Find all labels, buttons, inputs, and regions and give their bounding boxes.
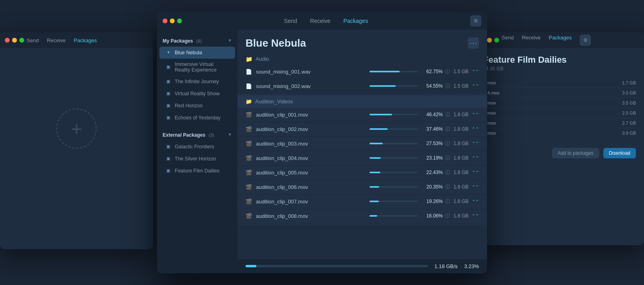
package-icon-vr-show: ▣ — [165, 90, 171, 97]
file-name-sound-002: sound_mixing_002.wav — [256, 83, 369, 89]
background-window-right: Send Receive Packages ≡ Feature Film Dai… — [475, 32, 644, 245]
main-menu-button[interactable]: ≡ — [470, 15, 481, 27]
expand-aud-007[interactable]: ⌃⌃ — [472, 199, 479, 204]
right-file-size-4: 2.5 GB — [622, 111, 636, 115]
my-packages-header[interactable]: My Packages (6) ▼ — [157, 34, 237, 47]
more-options-button[interactable]: ⋯ — [468, 37, 479, 49]
left-tab-send[interactable]: Send — [27, 37, 39, 43]
sidebar-label-echoes: Echoes of Yesterday — [175, 115, 221, 121]
expand-aud-004[interactable]: ⌃⌃ — [472, 156, 479, 161]
folder-icon-audio: 📁 — [246, 56, 252, 62]
file-item-aud-007: 🎬 audition_clip_007.mov 19.26% ⓘ 1.8 GB … — [237, 195, 487, 209]
expand-sound-001[interactable]: ⌃⌃ — [472, 69, 479, 74]
right-tab-receive[interactable]: Receive — [522, 35, 541, 46]
info-icon-aud-003[interactable]: ⓘ — [445, 140, 450, 147]
sidebar-item-blue-nebula[interactable]: ✦ Blue Nebula — [159, 47, 235, 59]
sidebar-item-immersive-vr[interactable]: ▣ Immersive Virtual Reality Experience — [159, 59, 235, 76]
file-icon-aud-007: 🎬 — [246, 199, 252, 205]
dot-green-right — [494, 38, 499, 43]
size-sound-001: 1.5 GB — [452, 69, 469, 74]
sidebar-label-immersive-vr: Immersive Virtual Reality Experience — [175, 62, 229, 73]
expand-aud-008[interactable]: ⌃⌃ — [472, 213, 479, 219]
file-icon-sound-002: 📄 — [246, 83, 252, 89]
progress-bar-aud-002 — [369, 128, 418, 130]
info-icon-aud-004[interactable]: ⓘ — [445, 155, 450, 162]
dot-red-left — [5, 38, 10, 43]
main-tab-packages[interactable]: Packages — [343, 18, 368, 24]
package-icon-infinite-journey: ▣ — [165, 78, 171, 85]
main-tab-receive[interactable]: Receive — [310, 18, 330, 24]
sidebar-item-silver-horizon[interactable]: ▣ The Silver Horizon — [159, 153, 235, 165]
info-icon-aud-005[interactable]: ⓘ — [445, 169, 450, 176]
expand-aud-003[interactable]: ⌃⌃ — [472, 141, 479, 146]
file-item-aud-004: 🎬 audition_clip_004.mov 23.19% ⓘ 1.8 GB … — [237, 151, 487, 166]
info-icon-aud-008[interactable]: ⓘ — [445, 213, 450, 219]
right-file-size-1: 1.7 GB — [622, 80, 636, 85]
file-name-aud-008: audition_clip_008.mov — [256, 213, 369, 219]
progress-bar-aud-007 — [369, 201, 418, 202]
download-button[interactable]: Download — [603, 148, 636, 158]
dot-red-main — [163, 18, 167, 23]
content-header: Blue Nebula ⋯ — [237, 30, 487, 53]
right-file-row-4: …mov 2.5 GB — [483, 108, 636, 118]
add-package-button[interactable]: + — [56, 109, 97, 149]
file-item-sound-002: 📄 sound_mixing_002.wav 54.55% ⓘ 1.5 GB ⌃… — [237, 79, 487, 94]
sidebar-item-virtual-reality-show[interactable]: ▣ Virtual Reality Show — [159, 88, 235, 100]
right-file-row-5: …mov 2.7 GB — [483, 118, 636, 128]
sidebar-item-red-horizon[interactable]: ▣ Red Horizon — [159, 100, 235, 112]
progress-bar-sound-002 — [369, 85, 418, 87]
right-tab-send[interactable]: Send — [502, 35, 514, 46]
progress-bar-aud-004 — [369, 157, 418, 159]
my-packages-label: My Packages — [163, 38, 193, 44]
external-packages-label: External Packages — [163, 132, 205, 138]
package-icon-galactic: ▣ — [165, 144, 171, 150]
info-icon-aud-001[interactable]: ⓘ — [445, 111, 450, 118]
sidebar-item-feature-film[interactable]: ▣ Feature Film Dailies — [159, 165, 235, 177]
progress-bar-aud-003 — [369, 143, 418, 144]
folder-icon-audition: 📁 — [246, 98, 252, 105]
audio-folder-row: 📁 Audio — [237, 53, 487, 65]
right-file-size-2: 3.0 GB — [622, 90, 636, 95]
expand-aud-006[interactable]: ⌃⌃ — [472, 185, 479, 190]
right-btn-row: Add to packages Download — [475, 141, 644, 165]
file-item-sound-001: 📄 sound_mixing_001.wav 62.75% ⓘ 1.5 GB ⌃… — [237, 65, 487, 79]
file-item-aud-002: 🎬 audition_clip_002.mov 37.46% ⓘ 1.8 GB … — [237, 122, 487, 137]
file-icon-aud-005: 🎬 — [246, 170, 252, 176]
dot-yellow-main — [170, 18, 175, 23]
info-icon-aud-007[interactable]: ⓘ — [445, 198, 450, 205]
expand-aud-002[interactable]: ⌃⌃ — [472, 127, 479, 132]
sidebar-item-galactic[interactable]: ▣ Galactic Frontiers — [159, 141, 235, 153]
size-aud-003: 1.8 GB — [452, 141, 469, 146]
add-to-packages-button[interactable]: Add to packages — [552, 148, 599, 158]
size-aud-006: 1.8 GB — [452, 184, 469, 190]
expand-sound-002[interactable]: ⌃⌃ — [472, 84, 479, 89]
expand-aud-005[interactable]: ⌃⌃ — [472, 170, 479, 175]
audition-folder-section: 📁 Audition_Videos 🎬 audition_clip_001.mo… — [237, 94, 487, 225]
main-titlebar: Send Receive Packages ≡ — [157, 12, 487, 30]
right-tab-packages[interactable]: Packages — [549, 35, 572, 46]
left-tab-packages[interactable]: Packages — [74, 37, 97, 43]
file-name-aud-003: audition_clip_003.mov — [256, 141, 369, 147]
left-tab-receive[interactable]: Receive — [47, 37, 66, 43]
package-title: Blue Nebula — [246, 37, 306, 49]
pct-aud-003: 27.53% — [422, 141, 443, 146]
sidebar-item-echoes[interactable]: ▣ Echoes of Yesterday — [159, 112, 235, 124]
main-body: My Packages (6) ▼ ✦ Blue Nebula ▣ Immers… — [157, 30, 487, 273]
sidebar-item-infinite-journey[interactable]: ▣ The Infinite Journey — [159, 76, 235, 88]
info-icon-aud-006[interactable]: ⓘ — [445, 184, 450, 191]
info-icon-aud-002[interactable]: ⓘ — [445, 126, 450, 133]
right-file-row-3: …mov 3.5 GB — [483, 98, 636, 108]
external-packages-count: (3) — [209, 133, 214, 137]
file-icon-sound-001: 📄 — [246, 69, 252, 75]
file-icon-aud-004: 🎬 — [246, 155, 252, 161]
progress-fill-aud-004 — [369, 157, 381, 159]
info-icon-sound-002[interactable]: ⓘ — [445, 83, 450, 90]
expand-aud-001[interactable]: ⌃⌃ — [472, 112, 479, 117]
main-tab-send[interactable]: Send — [284, 18, 297, 24]
package-icon-feature-film: ▣ — [165, 168, 171, 174]
info-icon-sound-001[interactable]: ⓘ — [445, 68, 450, 75]
external-packages-header[interactable]: External Packages (3) ▼ — [157, 128, 237, 141]
pct-aud-001: 46.42% — [422, 112, 443, 117]
right-menu-button[interactable]: ≡ — [580, 35, 591, 46]
right-file-size-3: 3.5 GB — [622, 100, 636, 105]
